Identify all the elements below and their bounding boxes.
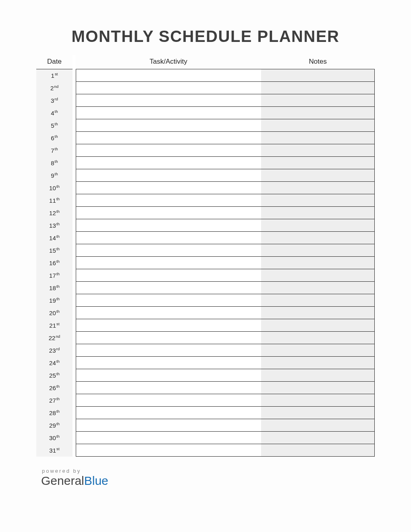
notes-cell[interactable]: [261, 207, 375, 219]
table-row: 18th: [36, 282, 375, 294]
notes-cell[interactable]: [261, 132, 375, 144]
notes-cell[interactable]: [261, 69, 375, 82]
date-cell: 23rd: [36, 344, 73, 357]
task-cell[interactable]: [76, 219, 261, 232]
task-cell[interactable]: [76, 432, 261, 444]
brand-logo: GeneralBlue: [41, 474, 375, 488]
task-cell[interactable]: [76, 82, 261, 94]
task-cell[interactable]: [76, 394, 261, 407]
date-suffix: th: [55, 122, 58, 126]
task-cell[interactable]: [76, 94, 261, 107]
notes-cell[interactable]: [261, 319, 375, 332]
notes-cell[interactable]: [261, 307, 375, 319]
date-cell: 7th: [36, 144, 73, 157]
table-row: 15th: [36, 244, 375, 257]
task-cell[interactable]: [76, 257, 261, 269]
col-header-task: Task/Activity: [76, 55, 261, 69]
table-row: 2nd: [36, 82, 375, 94]
date-cell: 24th: [36, 357, 73, 369]
notes-cell[interactable]: [261, 232, 375, 244]
date-suffix: rd: [54, 97, 58, 101]
planner-table: Date Task/Activity Notes 1st2nd3rd4th5th…: [36, 55, 375, 457]
task-cell[interactable]: [76, 244, 261, 257]
notes-cell[interactable]: [261, 344, 375, 357]
task-cell[interactable]: [76, 132, 261, 144]
task-cell[interactable]: [76, 269, 261, 282]
task-cell[interactable]: [76, 444, 261, 457]
date-cell: 9th: [36, 169, 73, 182]
task-cell[interactable]: [76, 182, 261, 194]
date-suffix: th: [56, 422, 60, 426]
task-cell[interactable]: [76, 294, 261, 307]
notes-cell[interactable]: [261, 257, 375, 269]
notes-cell[interactable]: [261, 194, 375, 207]
task-cell[interactable]: [76, 157, 261, 169]
notes-cell[interactable]: [261, 94, 375, 107]
task-cell[interactable]: [76, 194, 261, 207]
table-row: 8th: [36, 157, 375, 169]
date-number: 28: [49, 409, 56, 416]
date-number: 10: [49, 185, 56, 191]
notes-cell[interactable]: [261, 332, 375, 344]
date-number: 15: [49, 247, 56, 254]
table-row: 4th: [36, 107, 375, 119]
notes-cell[interactable]: [261, 407, 375, 419]
notes-cell[interactable]: [261, 419, 375, 432]
date-number: 7: [51, 147, 54, 154]
task-cell[interactable]: [76, 107, 261, 119]
date-cell: 30th: [36, 432, 73, 444]
date-number: 13: [49, 222, 56, 229]
task-cell[interactable]: [76, 207, 261, 219]
task-cell[interactable]: [76, 369, 261, 382]
notes-cell[interactable]: [261, 369, 375, 382]
powered-by-label: powered by: [42, 468, 375, 474]
date-number: 21: [49, 322, 56, 329]
notes-cell[interactable]: [261, 119, 375, 132]
table-row: 11th: [36, 194, 375, 207]
notes-cell[interactable]: [261, 282, 375, 294]
brand-first: General: [41, 474, 84, 487]
date-suffix: th: [55, 134, 58, 139]
date-cell: 31st: [36, 444, 73, 457]
task-cell[interactable]: [76, 419, 261, 432]
date-suffix: th: [56, 434, 60, 438]
task-cell[interactable]: [76, 319, 261, 332]
date-cell: 1st: [36, 69, 73, 82]
date-number: 14: [49, 235, 56, 241]
notes-cell[interactable]: [261, 182, 375, 194]
notes-cell[interactable]: [261, 82, 375, 94]
date-suffix: th: [56, 222, 60, 226]
notes-cell[interactable]: [261, 294, 375, 307]
notes-cell[interactable]: [261, 157, 375, 169]
task-cell[interactable]: [76, 119, 261, 132]
task-cell[interactable]: [76, 344, 261, 357]
task-cell[interactable]: [76, 332, 261, 344]
notes-cell[interactable]: [261, 169, 375, 182]
task-cell[interactable]: [76, 144, 261, 157]
date-suffix: st: [56, 322, 60, 326]
notes-cell[interactable]: [261, 219, 375, 232]
notes-cell[interactable]: [261, 144, 375, 157]
notes-cell[interactable]: [261, 382, 375, 394]
task-cell[interactable]: [76, 382, 261, 394]
table-row: 12th: [36, 207, 375, 219]
date-cell: 21st: [36, 319, 73, 332]
notes-cell[interactable]: [261, 357, 375, 369]
task-cell[interactable]: [76, 169, 261, 182]
task-cell[interactable]: [76, 282, 261, 294]
col-header-date: Date: [36, 55, 73, 69]
task-cell[interactable]: [76, 232, 261, 244]
date-number: 3: [51, 97, 54, 104]
task-cell[interactable]: [76, 307, 261, 319]
notes-cell[interactable]: [261, 244, 375, 257]
date-number: 1: [51, 72, 54, 79]
task-cell[interactable]: [76, 69, 261, 82]
notes-cell[interactable]: [261, 444, 375, 457]
date-suffix: th: [56, 384, 60, 389]
notes-cell[interactable]: [261, 394, 375, 407]
task-cell[interactable]: [76, 407, 261, 419]
notes-cell[interactable]: [261, 432, 375, 444]
task-cell[interactable]: [76, 357, 261, 369]
notes-cell[interactable]: [261, 107, 375, 119]
notes-cell[interactable]: [261, 269, 375, 282]
